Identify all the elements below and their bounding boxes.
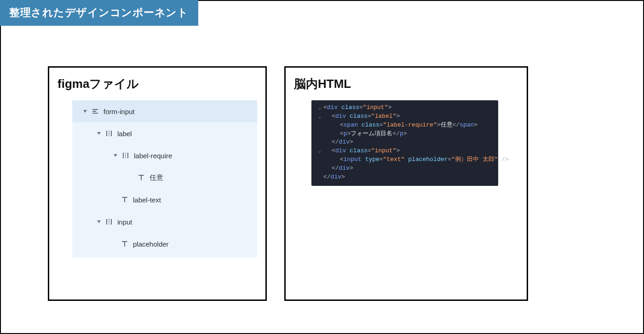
banner: 整理されたデザインコンポーネント: [0, 0, 198, 26]
code-text: <div class="label">: [323, 112, 494, 121]
tree-row[interactable]: 任意: [72, 167, 257, 189]
code-token: <: [332, 147, 335, 154]
code-token: フォーム項目名: [351, 130, 392, 137]
code-token: <: [332, 113, 335, 120]
tree-row[interactable]: form-input: [72, 100, 257, 122]
code-token: >: [350, 138, 353, 145]
figma-layer-tree: form-inputlabellabel-require任意label-text…: [72, 100, 257, 258]
code-token: span: [344, 121, 358, 128]
tree-row[interactable]: label: [72, 122, 257, 144]
code-token: div: [339, 138, 350, 145]
tree-row[interactable]: placeholder: [72, 233, 257, 255]
code-line: </div>: [316, 173, 494, 182]
code-token: div: [339, 165, 350, 172]
code-token: "例）田中 太郎": [451, 156, 498, 163]
gutter-spacer: [316, 164, 323, 165]
code-token: [346, 113, 350, 120]
code-token: =: [368, 113, 371, 120]
code-token: </: [332, 138, 339, 145]
code-token: =: [368, 147, 371, 154]
fold-caret-icon[interactable]: ⌄: [316, 147, 323, 155]
code-token: >: [474, 121, 477, 128]
code-line: <span class="label-require">任意</span>: [316, 121, 494, 130]
caret-down-icon[interactable]: [83, 110, 87, 113]
code-token: =: [380, 121, 383, 128]
code-token: <: [323, 104, 327, 111]
code-token: class: [341, 104, 359, 111]
code-token: 任意: [441, 121, 453, 128]
text-icon: [121, 240, 128, 248]
code-token: >: [403, 130, 407, 137]
code-token: >: [350, 165, 353, 172]
text-align-icon: [92, 108, 99, 115]
code-token: [362, 156, 365, 163]
code-token: class: [350, 147, 368, 154]
code-token: </: [453, 121, 460, 128]
caret-down-icon[interactable]: [114, 154, 117, 157]
code-line: ⌄<div class="input">: [316, 147, 494, 155]
caret-down-icon[interactable]: [97, 132, 101, 135]
code-token: div: [335, 113, 346, 120]
fold-caret-icon[interactable]: ⌄: [316, 112, 323, 121]
code-token: p: [400, 130, 403, 137]
code-token: <: [340, 121, 344, 128]
code-token: [358, 121, 362, 128]
code-text: <input type="text" placeholder="例）田中 太郎"…: [323, 155, 509, 164]
code-text: <div class="input">: [323, 147, 494, 155]
code-token: p: [344, 130, 347, 137]
figma-card-title: figmaファイル: [58, 76, 265, 92]
code-text: <div class="input">: [323, 104, 494, 112]
fold-caret-icon[interactable]: ⌄: [316, 104, 323, 112]
code-text: </div>: [323, 138, 494, 147]
caret-down-icon[interactable]: [97, 220, 101, 223]
code-token: </: [332, 165, 339, 172]
code-text: <p>フォーム項目名</p>: [323, 130, 494, 138]
code-token: =: [359, 104, 363, 111]
gutter-spacer: [316, 155, 323, 156]
code-token: <: [340, 156, 344, 163]
code-line: <input type="text" placeholder="例）田中 太郎"…: [316, 155, 494, 164]
code-token: <: [340, 130, 344, 137]
tree-row-label: form-input: [104, 108, 135, 115]
banner-title: 整理されたデザインコンポーネント: [9, 6, 188, 18]
code-line: <p>フォーム項目名</p>: [316, 130, 494, 138]
tree-row-label: input: [117, 218, 132, 226]
code-line: ⌄<div class="label">: [316, 112, 494, 121]
html-card: 脳内HTML ⌄<div class="input">⌄<div class="…: [284, 66, 528, 301]
code-token: "label": [371, 113, 397, 120]
code-token: "text": [383, 156, 405, 163]
code-token: [346, 147, 350, 154]
tree-row[interactable]: input: [72, 211, 257, 233]
code-token: />: [498, 156, 508, 163]
code-line: ⌄<div class="input">: [316, 104, 494, 112]
code-token: class: [362, 121, 380, 128]
code-token: >: [341, 173, 345, 180]
code-token: =: [380, 156, 383, 163]
code-token: "label-require": [383, 121, 437, 128]
code-token: "input": [371, 147, 397, 154]
code-token: div: [331, 173, 341, 180]
tree-row-label: label: [117, 130, 132, 138]
gutter-spacer: [316, 121, 323, 122]
text-icon: [121, 196, 128, 203]
gutter-spacer: [316, 173, 323, 174]
code-line: </div>: [316, 164, 494, 173]
frame-h-icon: [105, 130, 113, 137]
code-token: div: [335, 147, 346, 154]
code-token: class: [350, 113, 368, 120]
frame-h-icon: [105, 218, 113, 225]
code-text: <span class="label-require">任意</span>: [323, 121, 494, 130]
code-block: ⌄<div class="input">⌄<div class="label">…: [311, 100, 498, 186]
code-token: [338, 104, 341, 111]
code-token: type: [365, 156, 380, 163]
text-icon: [138, 174, 145, 181]
tree-row-label: 任意: [150, 173, 163, 182]
tree-row[interactable]: label-text: [72, 189, 257, 211]
code-token: =: [448, 156, 451, 163]
tree-row[interactable]: label-require: [72, 144, 257, 167]
code-token: </: [392, 130, 400, 137]
code-token: placeholder: [408, 156, 448, 163]
code-token: input: [344, 156, 362, 163]
code-token: </: [323, 173, 331, 180]
html-card-title: 脳内HTML: [294, 76, 527, 92]
